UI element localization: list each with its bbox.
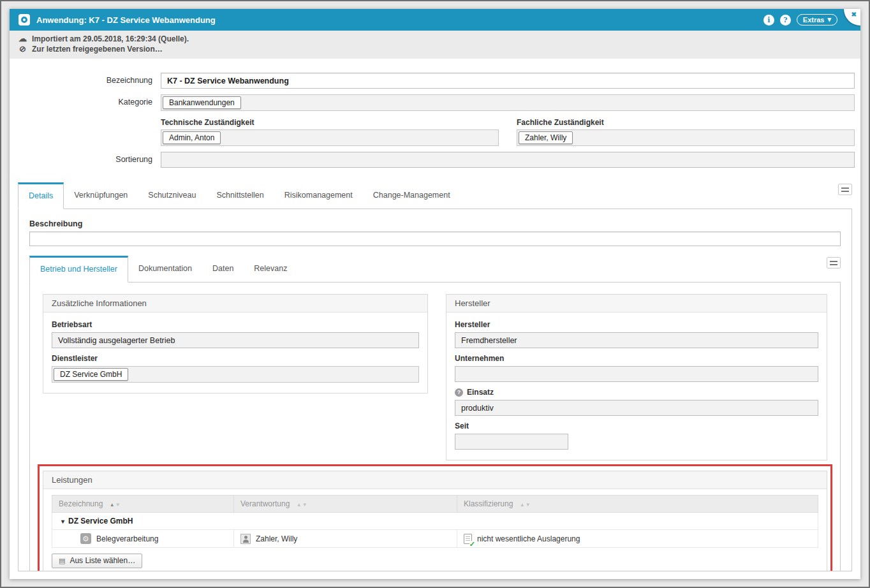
hersteller-input[interactable]: Fremdhersteller	[455, 332, 818, 348]
column-header-verantwortung[interactable]: Verantwortung ▲▼	[234, 496, 457, 513]
kategorie-chip[interactable]: Bankanwendungen	[163, 96, 241, 109]
panel-title: Hersteller	[446, 295, 827, 312]
cloud-download-icon: ☁	[18, 34, 27, 44]
version-history-icon: ⊘	[18, 44, 27, 54]
betriebsart-input[interactable]: Vollständig ausgelagerter Betrieb	[52, 332, 419, 348]
tabstrip-spacer	[461, 182, 838, 209]
column-label: Bezeichnung	[59, 499, 103, 508]
technische-zustaendigkeit-label: Technische Zuständigkeit	[161, 118, 499, 127]
titlebar-actions: i ? Extras ▾	[763, 14, 853, 26]
zustaendigkeit-row: Technische Zuständigkeit Admin, Anton Fa…	[18, 118, 855, 146]
collapse-triangle-icon[interactable]: ▾	[61, 518, 64, 525]
tab-schutzniveau[interactable]: Schutzniveau	[138, 182, 206, 209]
import-text[interactable]: Importiert am 29.05.2018, 16:29:34 (Quel…	[32, 34, 189, 44]
tab-risikomanagement[interactable]: Risikomanagement	[274, 182, 363, 209]
document-check-icon: ✓	[464, 534, 472, 544]
technische-zustaendigkeit-field[interactable]: Admin, Anton	[161, 129, 499, 146]
screenshot-frame: ✖ Anwendung: K7 - DZ Service Webanwendun…	[0, 0, 870, 588]
zusaetzliche-informationen-panel: Zusätzliche Informationen Betriebsart Vo…	[43, 294, 428, 393]
hersteller-label: Hersteller	[455, 320, 818, 329]
sort-asc-icon: ▲	[520, 502, 526, 508]
group-label: DZ Service GmbH	[68, 517, 133, 526]
seit-input[interactable]	[455, 434, 568, 450]
leistungen-panel: Leistungen Bezeichnung	[43, 471, 827, 571]
betriebsart-value: Vollständig ausgelagerter Betrieb	[58, 336, 175, 345]
leistungen-table: Bezeichnung ▲▼ Verantwortung ▲▼	[52, 495, 818, 548]
bezeichnung-row: Bezeichnung K7 - DZ Service Webanwendung	[18, 73, 855, 89]
close-icon: ✖	[852, 11, 857, 18]
sortierung-row: Sortierung	[18, 152, 855, 168]
extras-button[interactable]: Extras ▾	[797, 14, 837, 26]
einsatz-value: produktiv	[461, 404, 494, 413]
aus-liste-waehlen-button[interactable]: ▤ Aus Liste wählen…	[52, 554, 142, 568]
subtabstrip-spacer	[297, 256, 827, 282]
tab-details[interactable]: Details	[18, 182, 64, 209]
sort-desc-icon: ▼	[302, 502, 308, 508]
fachliche-zustaendigkeit-chip[interactable]: Zahler, Willy	[519, 131, 573, 144]
import-line: ☁ Importiert am 29.05.2018, 16:29:34 (Qu…	[18, 34, 852, 44]
subtab-dokumentation[interactable]: Dokumentation	[128, 256, 202, 282]
unternehmen-input[interactable]	[455, 366, 818, 382]
question-circle-icon[interactable]: ?	[455, 388, 463, 397]
subtab-betrieb-und-hersteller[interactable]: Betrieb und Hersteller	[29, 256, 128, 283]
info-icon[interactable]: i	[763, 15, 774, 26]
last-version-link[interactable]: Zur letzten freigegebenen Version…	[32, 44, 163, 54]
sort-asc-icon: ▲	[110, 502, 115, 508]
app-window: ✖ Anwendung: K7 - DZ Service Webanwendun…	[10, 9, 860, 579]
beschreibung-input[interactable]	[29, 232, 841, 246]
sort-control[interactable]: ▲▼	[520, 499, 531, 508]
tab-change-management[interactable]: Change-Management	[363, 182, 461, 209]
tab-verknuepfungen[interactable]: Verknüpfungen	[64, 182, 138, 209]
leistung-bezeichnung: Belegverarbeitung	[96, 534, 158, 543]
dienstleister-label: Dienstleister	[52, 354, 419, 363]
column-header-klassifizierung[interactable]: Klassifizierung ▲▼	[457, 496, 818, 513]
column-label: Klassifizierung	[464, 499, 513, 508]
help-icon[interactable]: ?	[780, 15, 791, 26]
fachliche-zustaendigkeit-label: Fachliche Zuständigkeit	[517, 118, 855, 127]
technische-zustaendigkeit-chip[interactable]: Admin, Anton	[163, 131, 221, 144]
person-icon	[240, 534, 251, 544]
leistung-klassifizierung: nicht wesentliche Auslagerung	[477, 534, 580, 543]
details-tab-content: Beschreibung Betrieb und Hersteller Doku…	[18, 209, 852, 571]
main-tab-bar: Details Verknüpfungen Schutzniveau Schni…	[18, 182, 852, 209]
layout-toggle-icon[interactable]	[838, 184, 852, 195]
table-row[interactable]: ⚙ Belegverarbeitung	[52, 530, 818, 548]
sort-control[interactable]: ▲▼	[297, 499, 308, 508]
beschreibung-label: Beschreibung	[29, 219, 841, 228]
leistung-verantwortung: Zahler, Willy	[256, 534, 297, 543]
disc-icon	[18, 14, 30, 26]
einsatz-input[interactable]: produktiv	[455, 400, 818, 416]
betriebsart-label: Betriebsart	[52, 320, 419, 329]
einsatz-label-row: ? Einsatz	[455, 388, 818, 397]
kategorie-field[interactable]: Bankanwendungen	[161, 94, 855, 111]
hersteller-panel: Hersteller Hersteller Fremdhersteller Un…	[446, 294, 827, 460]
unternehmen-label: Unternehmen	[455, 354, 818, 363]
column-header-bezeichnung[interactable]: Bezeichnung ▲▼	[52, 496, 234, 513]
tab-schnittstellen[interactable]: Schnittstellen	[206, 182, 274, 209]
column-label: Verantwortung	[240, 499, 290, 508]
subtab-relevanz[interactable]: Relevanz	[244, 256, 297, 282]
einsatz-label: Einsatz	[467, 388, 494, 397]
sortierung-label: Sortierung	[18, 152, 161, 168]
dienstleister-chip[interactable]: DZ Service GmbH	[54, 368, 128, 381]
sub-layout-toggle-icon[interactable]	[827, 257, 841, 268]
bezeichnung-value: K7 - DZ Service Webanwendung	[167, 77, 289, 85]
dienstleister-field[interactable]: DZ Service GmbH	[52, 366, 419, 383]
group-row[interactable]: ▾DZ Service GmbH	[52, 513, 818, 530]
extras-label: Extras	[803, 16, 825, 24]
sort-desc-icon: ▼	[115, 502, 121, 508]
technische-zustaendigkeit-group: Technische Zuständigkeit Admin, Anton	[161, 118, 499, 146]
betrieb-und-hersteller-content: Zusätzliche Informationen Betriebsart Vo…	[29, 283, 841, 571]
sortierung-input[interactable]	[161, 152, 855, 168]
fachliche-zustaendigkeit-field[interactable]: Zahler, Willy	[517, 129, 855, 146]
sort-control[interactable]: ▲▼	[110, 499, 121, 508]
caret-down-icon: ▾	[827, 15, 831, 24]
subtab-daten[interactable]: Daten	[202, 256, 244, 282]
bezeichnung-input[interactable]: K7 - DZ Service Webanwendung	[161, 73, 855, 89]
sub-tab-bar: Betrieb und Hersteller Dokumentation Dat…	[29, 256, 841, 283]
bezeichnung-label: Bezeichnung	[18, 73, 161, 89]
import-info-bar: ☁ Importiert am 29.05.2018, 16:29:34 (Qu…	[10, 31, 860, 59]
choose-button-label: Aus Liste wählen…	[70, 556, 135, 565]
kategorie-label: Kategorie	[18, 94, 161, 110]
list-icon: ▤	[59, 557, 65, 565]
